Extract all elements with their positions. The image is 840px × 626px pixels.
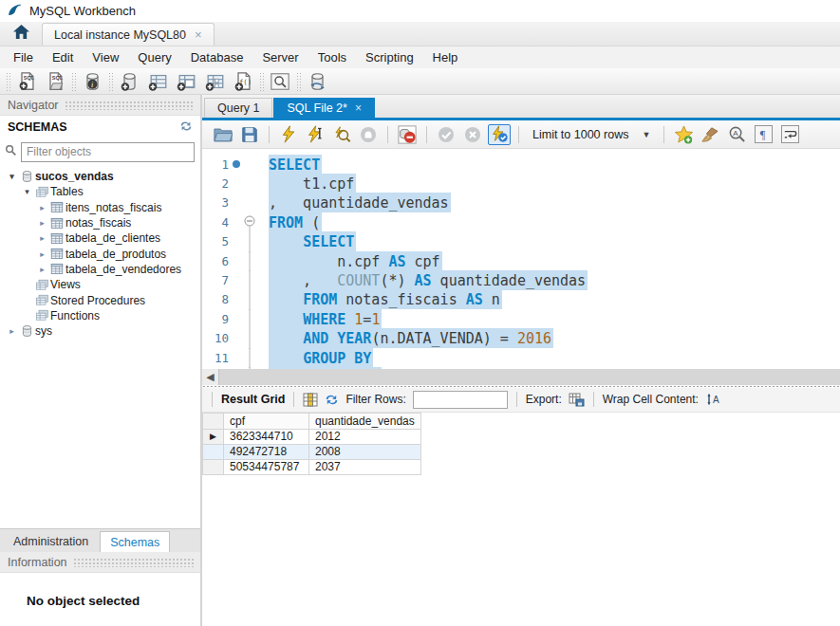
code-text[interactable]: SELECT — [257, 233, 356, 250]
wrap-text-icon[interactable] — [778, 124, 801, 145]
refresh-schemas-icon[interactable] — [179, 120, 193, 135]
open-file-icon[interactable] — [212, 124, 234, 145]
expander-closed-icon[interactable]: ▸ — [36, 203, 48, 212]
expander-closed-icon[interactable]: ▸ — [36, 249, 48, 259]
execute-icon[interactable] — [277, 124, 300, 145]
find-icon[interactable]: A — [725, 124, 748, 145]
home-button[interactable] — [0, 21, 42, 46]
filter-objects-input[interactable] — [21, 142, 195, 162]
code-line-3[interactable]: 3, quantidade_vendas — [202, 193, 840, 212]
menu-file[interactable]: File — [4, 47, 43, 67]
refresh-results-icon[interactable] — [325, 394, 339, 406]
invisibles-icon[interactable]: ¶ — [752, 124, 775, 145]
menu-query[interactable]: Query — [128, 47, 180, 67]
menu-database[interactable]: Database — [181, 47, 253, 67]
expander-closed-icon[interactable]: ▸ — [6, 326, 18, 336]
grid-view-icon[interactable] — [303, 393, 318, 407]
menu-view[interactable]: View — [83, 47, 128, 67]
save-icon[interactable] — [238, 124, 261, 145]
code-text[interactable]: , quantidade_vendas — [257, 194, 451, 212]
beautify-icon[interactable] — [699, 124, 721, 145]
tree-item-itens-notas-fiscais[interactable]: ▸itens_notas_fiscais — [0, 200, 200, 215]
tree-item-tabela-de-vendedores[interactable]: ▸tabela_de_vendedores — [0, 262, 200, 277]
create-procedure-icon[interactable] — [200, 70, 229, 93]
row-header-cell[interactable] — [203, 459, 224, 474]
execute-current-icon[interactable] — [304, 124, 327, 145]
tab-schemas[interactable]: Schemas — [100, 531, 170, 552]
limit-rows-dropdown[interactable]: Limit to 1000 rows▼ — [527, 126, 656, 143]
grid-cell[interactable]: 2012 — [309, 429, 421, 444]
table-row[interactable]: 4924727182008 — [203, 444, 421, 459]
connection-tab[interactable]: Local instance MySQL80 × — [42, 23, 215, 46]
grid-cell[interactable]: 492472718 — [224, 444, 309, 459]
expander-open-icon[interactable]: ▾ — [6, 172, 18, 181]
stop-icon[interactable] — [357, 124, 380, 145]
tree-item-notas-fiscais[interactable]: ▸notas_fiscais — [0, 215, 200, 230]
export-icon[interactable] — [569, 393, 585, 407]
code-text[interactable]: AND YEAR(n.DATA_VENDA) = 2016 — [257, 330, 553, 347]
code-text[interactable]: FROM notas_fiscais AS n — [257, 291, 502, 308]
code-text[interactable]: SELECT — [257, 156, 322, 173]
code-line-10[interactable]: 10 AND YEAR(n.DATA_VENDA) = 2016 — [202, 329, 840, 348]
fold-marker-icon[interactable] — [242, 212, 257, 231]
menu-edit[interactable]: Edit — [43, 47, 83, 67]
code-text[interactable]: n.cpf AS cpf — [257, 252, 442, 269]
column-header-cpf[interactable]: cpf — [224, 413, 309, 429]
tree-item-views[interactable]: Views — [0, 277, 200, 292]
code-text[interactable]: WHERE 1=1 — [257, 310, 382, 327]
reconnect-db-icon[interactable] — [303, 70, 331, 93]
tree-item-sucos-vendas[interactable]: ▾sucos_vendas — [0, 169, 200, 184]
scrollbar-thumb[interactable] — [218, 369, 840, 385]
code-text[interactable]: , COUNT(*) AS quantidade_vendas — [257, 272, 588, 289]
create-table-icon[interactable] — [143, 70, 172, 93]
create-schema-icon[interactable] — [115, 70, 143, 93]
column-header-quantidade_vendas[interactable]: quantidade_vendas — [309, 413, 421, 429]
close-icon[interactable]: × — [195, 28, 202, 42]
open-sql-file-icon[interactable]: SQL — [41, 70, 69, 93]
expander-closed-icon[interactable]: ▸ — [36, 265, 48, 274]
code-line-7[interactable]: 7 , COUNT(*) AS quantidade_vendas — [202, 270, 840, 289]
code-text[interactable]: GROUP BY — [257, 349, 373, 366]
editor-tab-sql-file-2-[interactable]: SQL File 2*× — [273, 98, 374, 118]
grid-cell[interactable]: 2008 — [309, 444, 421, 459]
grid-cell[interactable]: 50534475787 — [224, 459, 309, 474]
new-sql-tab-icon[interactable]: SQL — [12, 70, 41, 93]
grid-cell[interactable]: 3623344710 — [224, 429, 309, 444]
tree-item-tabela-de-produtos[interactable]: ▸tabela_de_produtos — [0, 246, 200, 261]
scroll-left-arrow[interactable]: ◀︎ — [202, 369, 218, 385]
sql-editor[interactable]: 1SELECT2 t1.cpf3, quantidade_vendas4FROM… — [202, 149, 840, 369]
tree-item-stored-procedures[interactable]: Stored Procedures — [0, 292, 200, 307]
code-line-2[interactable]: 2 t1.cpf — [202, 174, 840, 193]
expander-open-icon[interactable]: ▾ — [21, 187, 33, 196]
tab-administration[interactable]: Administration — [4, 531, 98, 552]
menu-scripting[interactable]: Scripting — [356, 47, 423, 67]
wrap-cell-content-icon[interactable]: A — [705, 393, 720, 406]
code-line-1[interactable]: 1SELECT — [202, 155, 840, 174]
code-text[interactable]: t1.cpf — [257, 175, 356, 193]
editor-horizontal-scrollbar[interactable]: ◀︎ — [202, 369, 840, 385]
stop-on-error-icon[interactable] — [396, 124, 419, 145]
grid-cell[interactable]: 2037 — [309, 459, 421, 474]
create-view-icon[interactable] — [172, 70, 200, 93]
code-line-11[interactable]: 11 GROUP BY — [202, 348, 840, 367]
menu-help[interactable]: Help — [423, 47, 468, 67]
rollback-icon[interactable] — [461, 124, 484, 145]
filter-rows-input[interactable] — [413, 391, 508, 409]
save-snippet-icon[interactable] — [672, 124, 695, 145]
expander-closed-icon[interactable]: ▸ — [36, 218, 48, 228]
code-line-6[interactable]: 6 n.cpf AS cpf — [202, 251, 840, 270]
search-data-icon[interactable] — [266, 70, 294, 93]
menu-server[interactable]: Server — [252, 47, 308, 67]
code-text[interactable]: FROM ( — [257, 213, 322, 230]
expander-closed-icon[interactable]: ▸ — [36, 233, 48, 243]
current-row-arrow-icon[interactable]: ▶ — [203, 429, 224, 444]
menu-tools[interactable]: Tools — [308, 47, 356, 67]
code-line-5[interactable]: 5 SELECT — [202, 232, 840, 251]
close-icon[interactable]: × — [355, 101, 362, 115]
autocommit-icon[interactable] — [488, 124, 511, 145]
tree-item-functions[interactable]: Functions — [0, 308, 200, 323]
code-line-12[interactable]: 12 n.cpf — [202, 367, 840, 368]
explain-icon[interactable] — [330, 124, 353, 145]
table-row[interactable]: 505344757872037 — [203, 459, 421, 474]
table-row[interactable]: ▶36233447102012 — [203, 429, 421, 444]
